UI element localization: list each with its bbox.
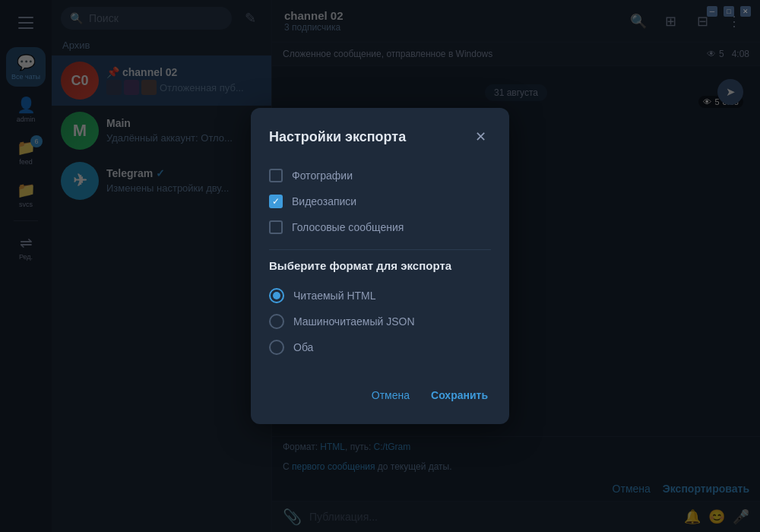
window-controls: ─ □ ✕ [707, 6, 751, 17]
modal-save-button[interactable]: Сохранить [428, 385, 491, 406]
both-radio[interactable] [269, 340, 284, 355]
photos-label: Фотографии [292, 169, 353, 182]
checkbox-photos[interactable]: Фотографии [269, 163, 491, 188]
photos-checkbox[interactable] [269, 169, 283, 182]
radio-json[interactable]: Машиночитаемый JSON [269, 309, 491, 334]
videos-checkbox[interactable] [269, 195, 283, 208]
voice-checkbox[interactable] [269, 220, 283, 234]
both-label: Оба [293, 341, 313, 353]
checkbox-videos[interactable]: Видеозаписи [269, 188, 491, 214]
modal-footer: Отмена Сохранить [269, 375, 491, 406]
voice-label: Голосовые сообщения [292, 221, 404, 233]
modal-title: Настройки экспорта [269, 129, 406, 145]
format-section-title: Выберите формат для экспорта [269, 259, 491, 272]
app-container: ─ □ ✕ 💬 Все чаты 👤 admin 📁 feed 6 📁 svcs [0, 0, 760, 532]
modal-header: Настройки экспорта ✕ [269, 126, 491, 147]
videos-label: Видеозаписи [292, 195, 356, 207]
minimize-button[interactable]: ─ [707, 6, 717, 17]
close-button[interactable]: ✕ [740, 6, 751, 17]
modal-divider [269, 249, 491, 250]
json-radio[interactable] [269, 314, 284, 329]
modal-overlay: Настройки экспорта ✕ Фотографии Видеозап… [0, 0, 760, 532]
radio-both[interactable]: Оба [269, 334, 491, 360]
modal-close-button[interactable]: ✕ [470, 126, 491, 147]
radio-html[interactable]: Читаемый HTML [269, 283, 491, 309]
html-radio[interactable] [269, 288, 284, 303]
json-label: Машиночитаемый JSON [293, 315, 415, 328]
maximize-button[interactable]: □ [724, 6, 734, 17]
checkbox-voice[interactable]: Голосовые сообщения [269, 214, 491, 240]
html-label: Читаемый HTML [293, 290, 376, 302]
modal-cancel-button[interactable]: Отмена [369, 385, 413, 406]
export-settings-modal: Настройки экспорта ✕ Фотографии Видеозап… [251, 108, 509, 424]
